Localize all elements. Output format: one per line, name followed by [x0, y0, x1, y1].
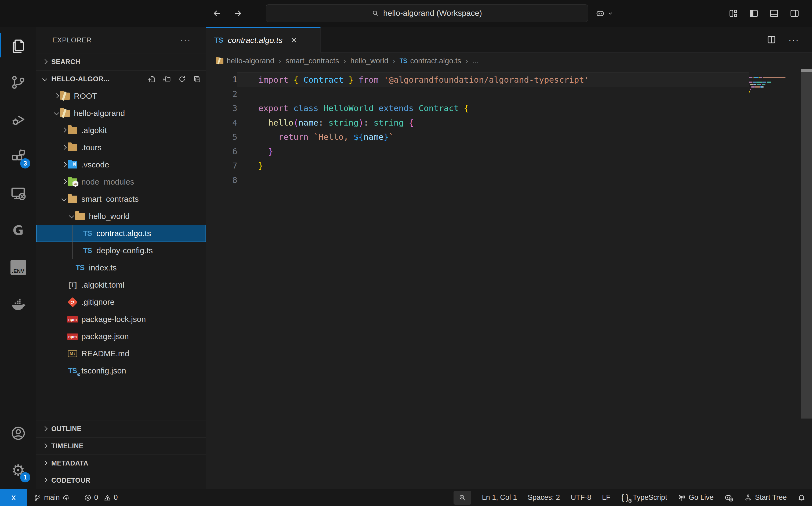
status-item-cursor-position[interactable]: Ln 1, Col 1 [482, 493, 517, 502]
breadcrumb-item[interactable]: smart_contracts [285, 57, 339, 65]
tree-item-package-json[interactable]: npmpackage.json [36, 328, 206, 345]
command-center[interactable]: hello-algorand (Workspace) [266, 4, 588, 22]
tree-item--gitignore[interactable]: .gitignore [36, 293, 206, 311]
close-tab-icon[interactable]: × [291, 35, 297, 45]
status-item-start-tree[interactable]: Start Tree [744, 493, 787, 502]
new-folder-icon[interactable] [163, 75, 171, 83]
status-item-go-live[interactable]: Go Live [678, 493, 714, 502]
activity-item-source-control[interactable] [0, 64, 36, 101]
tree-item--algokit-toml[interactable]: [T].algokit.toml [36, 276, 206, 293]
activity-item-accounts[interactable] [0, 415, 36, 452]
toggle-secondary-sidebar-icon[interactable] [790, 8, 800, 18]
line-number[interactable]: 1 [206, 72, 237, 87]
tree-item-deploy-config-ts[interactable]: TSdeploy-config.ts [36, 242, 206, 259]
refresh-icon[interactable] [178, 75, 186, 83]
collapse-all-icon[interactable] [193, 75, 201, 83]
tree-item--tours[interactable]: .tours [36, 139, 206, 156]
copilot-icon[interactable] [595, 8, 605, 18]
line-number[interactable]: 7 [206, 159, 237, 173]
tree-item-package-lock-json[interactable]: npmpackage-lock.json [36, 311, 206, 328]
problems-status[interactable]: 0 0 [84, 493, 118, 502]
status-item-zoom[interactable] [453, 491, 471, 505]
search-icon [372, 10, 379, 17]
line-number[interactable]: 8 [206, 173, 237, 187]
section-header-search[interactable]: SEARCH [36, 53, 206, 70]
split-editor-icon[interactable] [766, 34, 777, 45]
breadcrumb-item[interactable]: ... [472, 57, 479, 65]
tree-item-label: smart_contracts [81, 194, 139, 203]
chevron-right-icon [62, 128, 67, 133]
git-file-icon [67, 297, 78, 307]
more-actions-icon[interactable]: ··· [180, 38, 191, 41]
minimap[interactable] [749, 75, 790, 102]
section-header-metadata[interactable]: METADATA [36, 454, 206, 472]
activity-item-settings[interactable]: ⚙1 [0, 452, 36, 489]
tree-item-label: .vscode [81, 160, 109, 169]
status-item-encoding[interactable]: UTF-8 [571, 493, 591, 502]
status-item-copilot-status[interactable] [724, 493, 733, 502]
tab-contract-algo-ts[interactable]: TS contract.algo.ts × [206, 27, 320, 53]
status-item-indentation[interactable]: Spaces: 2 [528, 493, 560, 502]
tree-item-hello-world[interactable]: hello_world [36, 208, 206, 225]
status-item-eol[interactable]: LF [602, 493, 611, 502]
window-title: hello-algorand (Workspace) [383, 9, 482, 18]
activity-item-algokit[interactable]: G [0, 212, 36, 249]
activity-item-docker[interactable] [0, 286, 36, 323]
code-editor[interactable]: 1import { Contract } from '@algorandfoun… [206, 69, 812, 489]
line-number[interactable]: 2 [206, 87, 237, 101]
docker-icon [10, 296, 27, 313]
forward-arrow-icon[interactable] [233, 9, 243, 18]
tree-item-tsconfig-json[interactable]: TS⚙tsconfig.json [36, 362, 206, 380]
scrollbar[interactable] [801, 69, 812, 419]
remote-explorer-icon [10, 185, 26, 202]
section-header-outline[interactable]: OUTLINE [36, 420, 206, 437]
status-item-language-mode[interactable]: { }TypeScript [621, 493, 667, 502]
vscode-window: hello-algorand (Workspace) 3G.ENV ⚙1 EXP… [0, 0, 812, 506]
new-file-icon[interactable] [148, 75, 156, 83]
code-line-2: 2 [206, 87, 812, 101]
activity-item-dotenv[interactable]: .ENV [0, 249, 36, 286]
customize-layout-icon[interactable] [728, 8, 738, 18]
section-label: METADATA [51, 459, 88, 467]
activity-item-run-debug[interactable] [0, 101, 36, 138]
breadcrumb-item[interactable]: hello_world [351, 57, 388, 65]
line-number[interactable]: 5 [206, 130, 237, 144]
toggle-primary-sidebar-icon[interactable] [749, 8, 759, 18]
line-number[interactable]: 4 [206, 116, 237, 130]
tab-label: contract.algo.ts [228, 36, 283, 45]
chevron-down-icon[interactable] [607, 10, 613, 16]
section-label: OUTLINE [51, 425, 82, 433]
line-number[interactable]: 6 [206, 144, 237, 159]
editor-more-actions-icon[interactable]: ··· [788, 38, 799, 41]
toggle-panel-icon[interactable] [769, 8, 779, 18]
git-branch-status[interactable]: main [34, 493, 70, 502]
tree-item-node-modules[interactable]: JSnode_modules [36, 173, 206, 190]
activity-item-extensions[interactable]: 3 [0, 138, 36, 175]
status-item-notifications[interactable] [798, 494, 806, 502]
activity-item-explorer[interactable] [0, 27, 36, 64]
workspace-section-header[interactable]: HELLO-ALGOR... [36, 70, 206, 87]
chevron-right-icon [42, 59, 48, 65]
section-header-timeline[interactable]: TIMELINE [36, 437, 206, 454]
workspace-label: HELLO-ALGOR... [51, 75, 110, 83]
section-label: SEARCH [51, 58, 80, 66]
tree-item-hello-algorand[interactable]: hello-algorand [36, 105, 206, 122]
node-modules-folder-icon: JS [68, 178, 77, 186]
line-number[interactable]: 3 [206, 101, 237, 116]
back-arrow-icon[interactable] [212, 9, 222, 18]
npm-file-icon: npm [67, 316, 78, 323]
tree-item--vscode[interactable]: .vscode [36, 156, 206, 173]
tree-item--algokit[interactable]: .algokit [36, 122, 206, 139]
section-header-codetour[interactable]: CODETOUR [36, 472, 206, 489]
breadcrumb-item[interactable]: TScontract.algo.ts [399, 57, 461, 65]
tree-item-root[interactable]: ROOT [36, 87, 206, 105]
breadcrumb-item[interactable]: hello-algorand [216, 57, 274, 65]
activity-item-remote-explorer[interactable] [0, 175, 36, 212]
tree-item-smart-contracts[interactable]: smart_contracts [36, 190, 206, 208]
remote-indicator[interactable] [0, 489, 27, 506]
tree-item-index-ts[interactable]: TSindex.ts [36, 259, 206, 276]
tree-item-contract-algo-ts[interactable]: TScontract.algo.ts [36, 225, 206, 242]
tree-item-readme-md[interactable]: M↓README.md [36, 345, 206, 362]
folder-icon [68, 144, 77, 151]
chevron-right-icon [62, 145, 67, 150]
